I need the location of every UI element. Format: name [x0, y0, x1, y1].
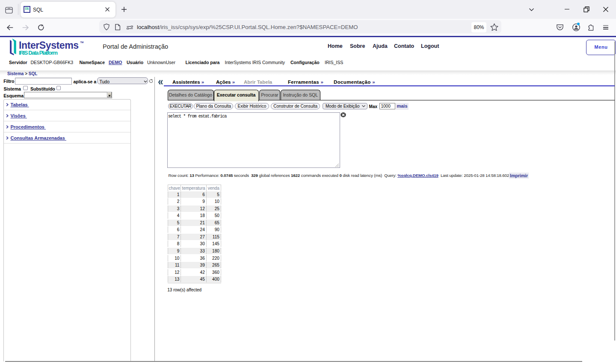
svg-text:TM: TM [80, 41, 84, 44]
svg-text:IRIS Data Platform: IRIS Data Platform [19, 50, 58, 56]
